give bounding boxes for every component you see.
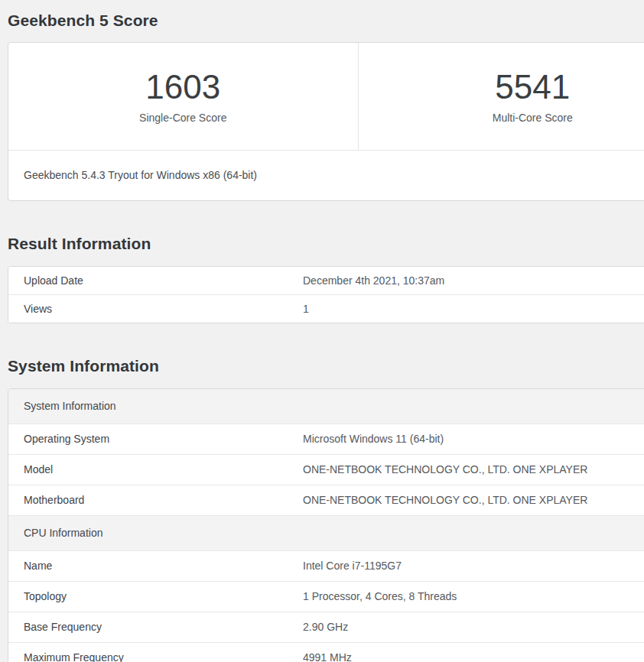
row-label: Base Frequency bbox=[8, 621, 303, 634]
table-row: Operating System Microsoft Windows 11 (6… bbox=[8, 423, 644, 454]
row-value: 1 bbox=[303, 303, 644, 315]
multi-core-score-value: 5541 bbox=[495, 69, 570, 105]
table-row: Views 1 bbox=[8, 294, 644, 323]
table-row: Motherboard ONE-NETBOOK TECHNOLOGY CO., … bbox=[8, 485, 644, 515]
page-content: Geekbench 5 Score 1603 Single-Core Score… bbox=[8, 0, 644, 662]
system-information-title: System Information bbox=[8, 356, 644, 376]
system-information-table: System Information Operating System Micr… bbox=[8, 388, 644, 662]
row-value: Intel Core i7-1195G7 bbox=[303, 560, 644, 573]
row-label: Name bbox=[8, 560, 303, 573]
row-value: December 4th 2021, 10:37am bbox=[303, 274, 644, 287]
result-information-title: Result Information bbox=[8, 234, 644, 254]
system-information-group-header: System Information bbox=[8, 389, 644, 423]
row-value: ONE-NETBOOK TECHNOLOGY CO., LTD. ONE XPL… bbox=[303, 494, 644, 507]
row-label: Motherboard bbox=[8, 494, 303, 507]
table-row: Maximum Frequency 4991 MHz bbox=[8, 642, 644, 662]
row-label: Maximum Frequency bbox=[8, 651, 303, 662]
single-core-score-label: Single-Core Score bbox=[139, 112, 226, 124]
table-row: Name Intel Core i7-1195G7 bbox=[8, 550, 644, 581]
row-value: 2.90 GHz bbox=[303, 621, 644, 634]
table-row: Base Frequency 2.90 GHz bbox=[8, 612, 644, 642]
result-information-table: Upload Date December 4th 2021, 10:37am V… bbox=[8, 266, 644, 323]
geekbench-score-title: Geekbench 5 Score bbox=[8, 11, 644, 31]
score-card: 1603 Single-Core Score 5541 Multi-Core S… bbox=[8, 42, 644, 201]
score-row: 1603 Single-Core Score 5541 Multi-Core S… bbox=[8, 43, 644, 150]
single-core-score-value: 1603 bbox=[145, 69, 220, 105]
row-label: Model bbox=[8, 463, 303, 476]
cpu-information-group-header: CPU Information bbox=[8, 515, 644, 550]
geekbench-version-note: Geekbench 5.4.3 Tryout for Windows x86 (… bbox=[8, 150, 644, 200]
table-row: Topology 1 Processor, 4 Cores, 8 Threads bbox=[8, 581, 644, 612]
multi-core-score-cell: 5541 Multi-Core Score bbox=[358, 43, 644, 150]
single-core-score-cell: 1603 Single-Core Score bbox=[8, 43, 358, 150]
row-label: Topology bbox=[8, 590, 303, 603]
table-row: Upload Date December 4th 2021, 10:37am bbox=[8, 267, 644, 294]
row-label: Views bbox=[8, 303, 303, 315]
row-value: Microsoft Windows 11 (64-bit) bbox=[303, 433, 644, 446]
multi-core-score-label: Multi-Core Score bbox=[493, 112, 573, 124]
row-label: Upload Date bbox=[8, 274, 303, 287]
row-value: 1 Processor, 4 Cores, 8 Threads bbox=[303, 590, 644, 603]
table-row: Model ONE-NETBOOK TECHNOLOGY CO., LTD. O… bbox=[8, 454, 644, 485]
row-value: ONE-NETBOOK TECHNOLOGY CO., LTD. ONE XPL… bbox=[303, 463, 644, 476]
row-label: Operating System bbox=[8, 433, 303, 446]
row-value: 4991 MHz bbox=[303, 651, 644, 662]
